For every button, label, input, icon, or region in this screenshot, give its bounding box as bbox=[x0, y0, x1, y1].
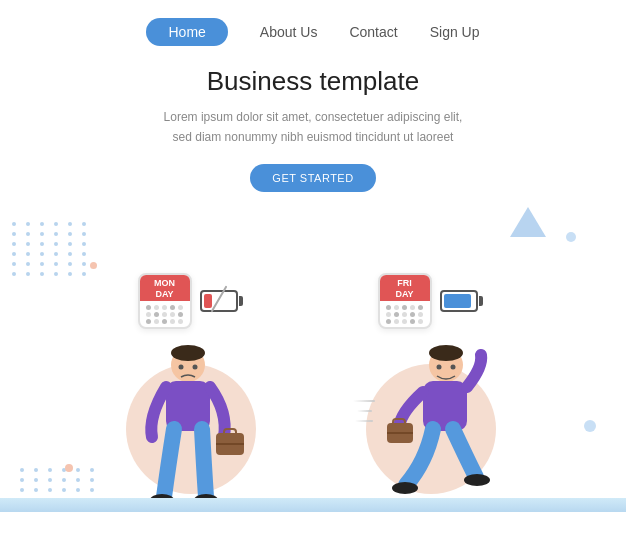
get-started-button[interactable]: GET STARTED bbox=[250, 164, 375, 192]
monday-person-svg bbox=[136, 337, 246, 512]
nav-home[interactable]: Home bbox=[146, 18, 227, 46]
nav-signup[interactable]: Sign Up bbox=[430, 24, 480, 40]
hero-section: Business template Lorem ipsum dolor sit … bbox=[0, 56, 626, 198]
dots-left bbox=[12, 222, 90, 276]
speed-line-2 bbox=[357, 410, 372, 412]
friday-calendar-header: FRIDAY bbox=[380, 275, 430, 302]
nav-about[interactable]: About Us bbox=[260, 24, 318, 40]
friday-calendar: FRIDAY bbox=[378, 273, 432, 329]
svg-point-18 bbox=[436, 364, 441, 369]
monday-calendar-header: MONDAY bbox=[140, 275, 190, 302]
monday-calendar: MONDAY bbox=[138, 273, 192, 329]
friday-person-svg bbox=[371, 337, 491, 512]
monday-battery-icon bbox=[200, 288, 244, 314]
monday-icons: MONDAY bbox=[138, 273, 244, 329]
nav-contact[interactable]: Contact bbox=[349, 24, 397, 40]
deco-circle-2 bbox=[90, 262, 97, 269]
deco-circle-1 bbox=[566, 232, 576, 242]
svg-point-9 bbox=[192, 364, 197, 369]
svg-point-1 bbox=[171, 345, 205, 361]
monday-calendar-body bbox=[140, 301, 190, 326]
friday-icons: FRIDAY bbox=[378, 273, 484, 329]
page-title: Business template bbox=[0, 66, 626, 97]
illustration-section: MONDAY bbox=[0, 202, 626, 512]
friday-calendar-body bbox=[380, 301, 430, 326]
navbar: Home About Us Contact Sign Up bbox=[0, 0, 626, 56]
triangle-decoration bbox=[510, 207, 546, 237]
water-decoration bbox=[0, 498, 626, 512]
hero-subtitle: Lorem ipsum dolor sit amet, consectetuer… bbox=[0, 107, 626, 148]
monday-character: MONDAY bbox=[136, 273, 246, 512]
deco-circle-3 bbox=[584, 420, 596, 432]
friday-character: FRIDAY bbox=[371, 273, 491, 512]
svg-point-11 bbox=[429, 345, 463, 361]
svg-point-17 bbox=[464, 474, 490, 486]
svg-point-8 bbox=[178, 364, 183, 369]
characters-container: MONDAY bbox=[73, 273, 553, 512]
friday-battery-icon bbox=[440, 288, 484, 314]
svg-point-19 bbox=[450, 364, 455, 369]
deco-circle-4 bbox=[65, 464, 73, 472]
svg-point-16 bbox=[392, 482, 418, 494]
